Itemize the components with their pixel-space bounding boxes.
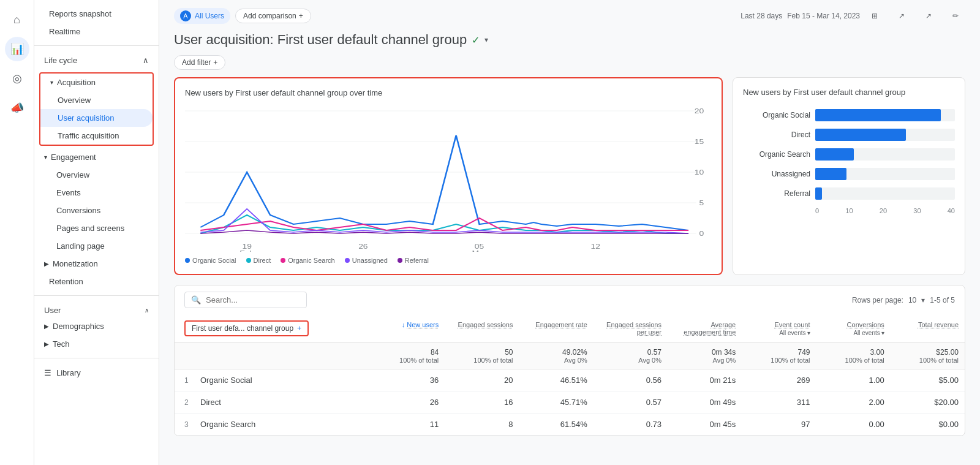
svg-text:Feb: Feb [239,249,254,252]
row-avg-engagement: 0m 21s [668,371,742,390]
explore-icon[interactable]: ◎ [5,66,29,91]
totals-metrics: 84 100% of total 50 100% of total 49.02%… [371,343,965,369]
nav-user-acquisition[interactable]: User acquisition [40,109,153,127]
top-bar-left: A All Users Add comparison + [174,8,311,24]
advertising-icon[interactable]: 📣 [5,96,29,120]
nav-engagement-overview[interactable]: Overview [34,166,159,184]
table-toolbar: 🔍 Rows per page: 10 ▾ 1-5 of 5 [175,285,965,314]
edit-icon[interactable]: ✏ [946,6,965,26]
dropdown-icon[interactable]: ▾ [921,296,925,304]
svg-text:26: 26 [358,243,368,250]
legend-organic-search: Organic Search [281,257,334,264]
nav-pages-screens[interactable]: Pages and screens [34,219,159,237]
nav-panel: Reports snapshot Realtime Life cycle ∧ ▾… [34,0,159,465]
metric-col-event-count[interactable]: Event count All events ▾ [742,316,816,341]
dropdown-arrow-icon[interactable]: ▾ [484,36,488,44]
table-row[interactable]: 1 Organic Social 36 20 46.51% 0.56 0m 21… [175,369,965,391]
nav-events[interactable]: Events [34,184,159,202]
reports-icon[interactable]: 📊 [5,37,29,61]
bar-fill [815,168,846,180]
search-box[interactable]: 🔍 [184,292,307,308]
row-conversions: 1.00 [816,371,891,390]
bar-label: Referral [743,189,810,198]
search-input[interactable] [206,295,300,304]
metric-col-engaged-sessions-per-user[interactable]: Engaged sessions per user [594,316,668,341]
user-chip[interactable]: A All Users [174,8,230,24]
bar-chart-section: New users by First user default channel … [733,77,965,275]
table-row[interactable]: 2 Direct 26 16 45.71% 0.57 0m 49s 311 2.… [175,391,965,414]
chart-legend: Organic Social Direct Organic Search Una… [185,257,712,264]
nav-library[interactable]: ☰ Library [34,363,159,382]
row-revenue: $5.00 [891,371,965,390]
legend-dot [185,258,190,263]
arrow-down-icon: ▾ [50,79,53,86]
bar-fill [815,109,941,121]
row-engaged-sessions: 8 [445,415,519,434]
row-new-users: 11 [371,415,445,434]
metric-col-total-revenue[interactable]: Total revenue [891,316,965,341]
nav-landing-page[interactable]: Landing page [34,237,159,255]
home-icon[interactable]: ⌂ [5,7,29,32]
metric-col-avg-engagement-time[interactable]: Average engagement time [668,316,742,341]
plus-icon: + [213,58,217,67]
bar-label: Organic Social [743,111,810,119]
line-chart-container: 20 15 10 5 0 19 Feb 26 05 Mar 12 [185,105,712,252]
totals-dimension [175,350,371,362]
library-icon: ☰ [44,368,51,377]
compare-icon[interactable]: ↗ [919,6,938,26]
dropdown-icon: ▾ [807,330,810,336]
share-edit-icon[interactable]: ⊞ [865,6,884,26]
plus-icon: + [297,324,301,333]
bar-row-direct: Direct [743,129,955,141]
metric-col-conversions[interactable]: Conversions All events ▾ [816,316,891,341]
metric-col-engagement-rate[interactable]: Engagement rate [519,316,594,341]
nav-reports-snapshot[interactable]: Reports snapshot [34,5,159,23]
svg-text:20: 20 [695,107,704,115]
nav-conversions[interactable]: Conversions [34,202,159,219]
totals-event-count: 749 100% of total [742,343,816,369]
nav-tech-header[interactable]: ▶ Tech [34,335,159,353]
nav-overview[interactable]: Overview [40,91,153,109]
share-icon[interactable]: ↗ [892,6,911,26]
dimension-filter-chip[interactable]: First user defa... channel group + [184,320,309,336]
totals-avg-engagement-time: 0m 34s Avg 0% [668,343,742,369]
row-new-users: 26 [371,393,445,412]
row-revenue: $20.00 [891,393,965,412]
nav-realtime[interactable]: Realtime [34,23,159,40]
bar-row-organic-search: Organic Search [743,148,955,161]
row-dimension: 2 Direct [175,391,371,413]
legend-dot [345,258,350,263]
arrow-right-icon: ▶ [44,323,49,330]
nav-traffic-acquisition[interactable]: Traffic acquisition [40,127,153,145]
arrow-right-icon: ▶ [44,341,49,347]
bar-row-organic-social: Organic Social [743,109,955,121]
legend-direct: Direct [246,257,271,264]
search-icon: 🔍 [191,295,201,304]
chevron-up-icon: ∧ [145,307,149,314]
add-filter-button[interactable]: Add filter + [174,55,225,70]
lifecycle-header[interactable]: Life cycle ∧ [34,51,159,70]
row-event-count: 269 [742,371,816,390]
row-engaged-per-user: 0.57 [594,393,668,412]
row-conversions: 2.00 [816,393,891,412]
nav-monetization-header[interactable]: ▶ Monetization [34,255,159,273]
bar-track [815,109,955,121]
table-row[interactable]: 3 Organic Search 11 8 61.54% 0.73 0m 45s… [175,414,965,436]
svg-text:15: 15 [695,138,704,145]
nav-engagement-header[interactable]: ▾ Engagement [34,148,159,166]
row-revenue: $0.00 [891,415,965,434]
charts-row: New users by First user default channel … [159,77,980,275]
bar-fill [815,129,906,141]
metric-col-new-users[interactable]: ↓ New users [371,316,445,341]
metric-col-engaged-sessions[interactable]: Engaged sessions [445,316,519,341]
line-chart-section: New users by First user default channel … [174,77,723,275]
line-chart-svg: 20 15 10 5 0 19 Feb 26 05 Mar 12 [185,105,712,252]
svg-text:Mar: Mar [472,249,487,252]
bar-row-unassigned: Unassigned [743,168,955,180]
nav-retention[interactable]: Retention [34,273,159,290]
nav-acquisition-header[interactable]: ▾ Acquisition [40,74,153,91]
add-comparison-button[interactable]: Add comparison + [235,9,311,23]
bar-label: Direct [743,130,810,139]
bar-track [815,168,955,180]
nav-demographics-header[interactable]: ▶ Demographics [34,317,159,335]
